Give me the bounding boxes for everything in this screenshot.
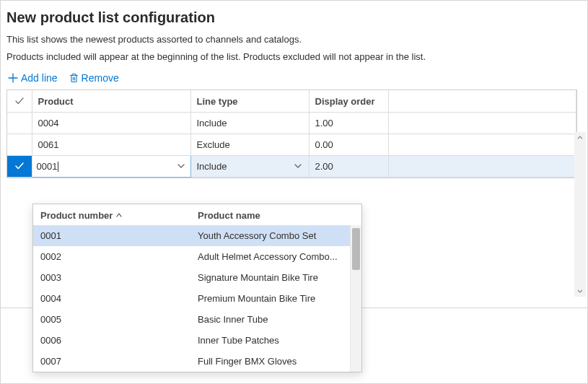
lookup-item-name: Adult Helmet Accessory Combo... — [198, 251, 354, 262]
display-order-cell[interactable]: 1.00 — [309, 112, 388, 134]
lookup-item-number: 0001 — [40, 230, 198, 241]
column-header-display-order[interactable]: Display order — [309, 90, 388, 112]
chevron-down-icon[interactable] — [293, 161, 303, 171]
product-cell[interactable]: 0004 — [32, 112, 190, 134]
lookup-item-name: Signature Mountain Bike Tire — [198, 272, 354, 283]
checkmark-icon — [13, 161, 26, 171]
scroll-up-icon[interactable] — [574, 132, 586, 144]
blank-cell — [388, 134, 576, 155]
description-line-1: This list shows the newest products asso… — [6, 33, 577, 46]
table-row[interactable]: 0061Exclude0.00 — [7, 134, 576, 155]
line-type-cell[interactable]: Exclude — [190, 134, 309, 155]
add-line-label: Add line — [21, 72, 58, 84]
sort-asc-icon — [115, 212, 123, 219]
display-order-cell[interactable]: 0.00 — [309, 134, 388, 155]
lookup-item-number: 0005 — [40, 314, 198, 325]
product-cell[interactable]: 0061 — [32, 134, 190, 155]
scroll-down-icon[interactable] — [574, 285, 586, 297]
line-type-cell[interactable]: Include — [190, 155, 309, 177]
page-title: New product list configuration — [6, 9, 577, 26]
lookup-item[interactable]: 0007Full Finger BMX Gloves — [33, 351, 361, 372]
blank-cell — [388, 112, 576, 134]
lookup-item-name: Full Finger BMX Gloves — [198, 356, 354, 367]
plus-icon — [8, 73, 18, 83]
display-order-cell[interactable]: 2.00 — [309, 155, 388, 177]
chevron-down-icon[interactable] — [176, 161, 186, 171]
lookup-item-number: 0003 — [40, 272, 198, 283]
product-input[interactable]: 0001 — [37, 161, 59, 173]
row-selector[interactable] — [7, 155, 32, 177]
grid-scrollbar[interactable] — [574, 132, 586, 297]
line-type-value: Include — [197, 161, 227, 172]
remove-label: Remove — [82, 72, 119, 84]
scrollbar-thumb[interactable] — [352, 228, 360, 270]
grid-header-row: Product Line type Display order — [7, 90, 576, 112]
lookup-item-name: Youth Accessory Combo Set — [198, 230, 354, 241]
product-cell[interactable]: 0001 — [32, 155, 190, 177]
lookup-item[interactable]: 0005Basic Inner Tube — [33, 309, 361, 330]
config-panel: New product list configuration This list… — [0, 0, 588, 384]
lookup-item-name: Inner Tube Patches — [198, 335, 354, 346]
lookup-scrollbar[interactable] — [350, 225, 361, 372]
lookup-header: Product number Product name — [33, 204, 361, 225]
lookup-column-number[interactable]: Product number — [40, 210, 198, 221]
lookup-item-name: Basic Inner Tube — [198, 314, 354, 325]
lookup-item[interactable]: 0001Youth Accessory Combo Set — [33, 225, 361, 246]
select-all-header[interactable] — [7, 90, 32, 112]
lookup-item[interactable]: 0002Adult Helmet Accessory Combo... — [33, 246, 361, 267]
checkmark-icon — [13, 96, 26, 106]
lookup-item-number: 0004 — [40, 293, 198, 304]
lookup-column-name[interactable]: Product name — [198, 210, 354, 221]
description-line-2: Products included will appear at the beg… — [6, 51, 577, 64]
column-header-product[interactable]: Product — [32, 90, 190, 112]
lookup-item[interactable]: 0004Premium Mountain Bike Tire — [33, 288, 361, 309]
line-type-cell[interactable]: Include — [190, 112, 309, 134]
column-header-blank — [388, 90, 576, 112]
lookup-item[interactable]: 0006Inner Tube Patches — [33, 330, 361, 351]
trash-icon — [69, 73, 79, 83]
table-row[interactable]: 0001Include2.00 — [7, 155, 576, 177]
toolbar: Add line Remove — [8, 72, 577, 84]
lookup-item[interactable]: 0003Signature Mountain Bike Tire — [33, 267, 361, 288]
lookup-item-number: 0007 — [40, 356, 198, 367]
blank-cell — [388, 155, 576, 177]
table-row[interactable]: 0004Include1.00 — [7, 112, 576, 134]
lookup-item-number: 0006 — [40, 335, 198, 346]
remove-button[interactable]: Remove — [69, 72, 119, 84]
product-grid: Product Line type Display order 0004Incl… — [6, 90, 577, 178]
product-lookup-dropdown: Product number Product name 0001Youth Ac… — [32, 204, 362, 372]
add-line-button[interactable]: Add line — [8, 72, 58, 84]
row-selector[interactable] — [7, 134, 32, 155]
lookup-item-name: Premium Mountain Bike Tire — [198, 293, 354, 304]
lookup-item-number: 0002 — [40, 251, 198, 262]
row-selector[interactable] — [7, 112, 32, 134]
column-header-line-type[interactable]: Line type — [190, 90, 309, 112]
